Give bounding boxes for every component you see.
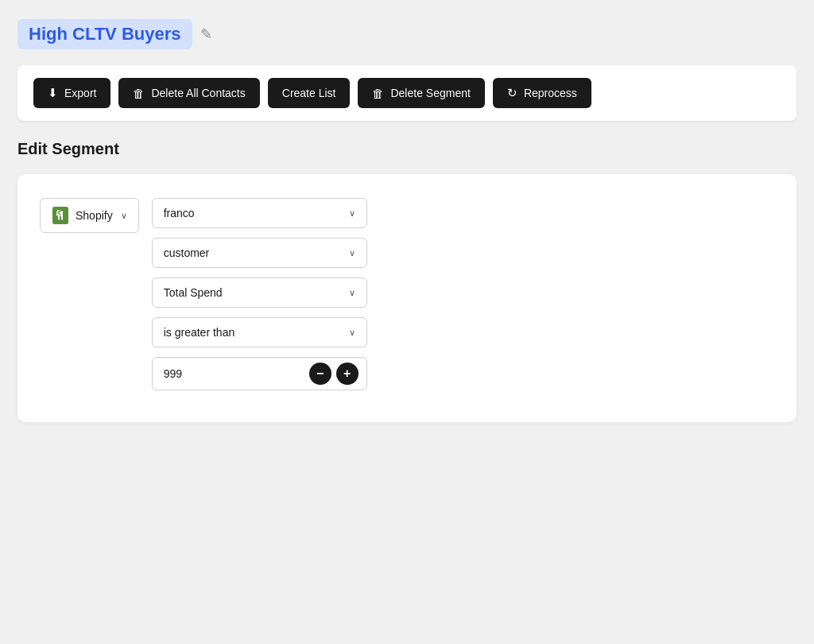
delete-segment-label: Delete Segment [390,87,470,99]
decrement-button[interactable]: − [309,363,331,385]
shopify-bag-icon [52,207,69,224]
page-container: High CLTV Buyers ✎ ⬇ Export 🗑 Delete All… [17,19,797,422]
export-button[interactable]: ⬇ Export [33,78,110,108]
customer-label: customer [164,246,210,259]
operator-chevron-icon: ∨ [349,328,355,338]
chain-dropdowns: franco ∨ customer ∨ Total Spend ∨ is gre… [152,198,367,390]
reprocess-button[interactable]: ↻ Reprocess [493,78,591,108]
operator-label: is greater than [164,326,235,339]
delete-all-label: Delete All Contacts [151,87,245,99]
section-title: Edit Segment [17,140,797,158]
title-row: High CLTV Buyers ✎ [17,19,797,49]
delete-all-contacts-button[interactable]: 🗑 Delete All Contacts [118,78,259,108]
franco-chevron-icon: ∨ [349,208,355,219]
export-icon: ⬇ [48,86,58,100]
toolbar: ⬇ Export 🗑 Delete All Contacts Create Li… [17,65,797,121]
export-label: Export [64,87,96,99]
customer-dropdown[interactable]: customer ∨ [152,238,367,268]
segment-card: Shopify ∨ franco ∨ customer ∨ Total Spen… [17,174,797,422]
svg-rect-2 [58,215,60,220]
plus-icon: + [343,367,351,380]
reprocess-icon: ↻ [507,86,517,100]
delete-all-icon: 🗑 [133,87,145,100]
total-spend-chevron-icon: ∨ [349,288,355,298]
franco-dropdown[interactable]: franco ∨ [152,198,367,228]
reprocess-label: Reprocess [524,87,577,99]
create-list-button[interactable]: Create List [268,78,351,108]
delete-segment-button[interactable]: 🗑 Delete Segment [358,78,484,108]
source-chevron-icon: ∨ [121,211,127,221]
value-input[interactable] [164,367,303,380]
create-list-label: Create List [282,87,336,99]
condition-row: Shopify ∨ franco ∨ customer ∨ Total Spen… [40,198,774,390]
page-title: High CLTV Buyers [17,19,192,49]
delete-segment-icon: 🗑 [372,87,384,100]
increment-button[interactable]: + [336,363,359,385]
source-selector[interactable]: Shopify ∨ [40,198,139,233]
source-label: Shopify [76,209,113,222]
svg-rect-1 [61,215,63,220]
total-spend-label: Total Spend [164,286,223,299]
edit-title-icon[interactable]: ✎ [200,25,212,43]
stepper-buttons: − + [309,363,359,385]
operator-dropdown[interactable]: is greater than ∨ [152,317,367,347]
value-input-row: − + [152,357,367,390]
minus-icon: − [316,367,324,380]
total-spend-dropdown[interactable]: Total Spend ∨ [152,277,367,308]
franco-label: franco [164,207,195,219]
customer-chevron-icon: ∨ [349,248,355,258]
